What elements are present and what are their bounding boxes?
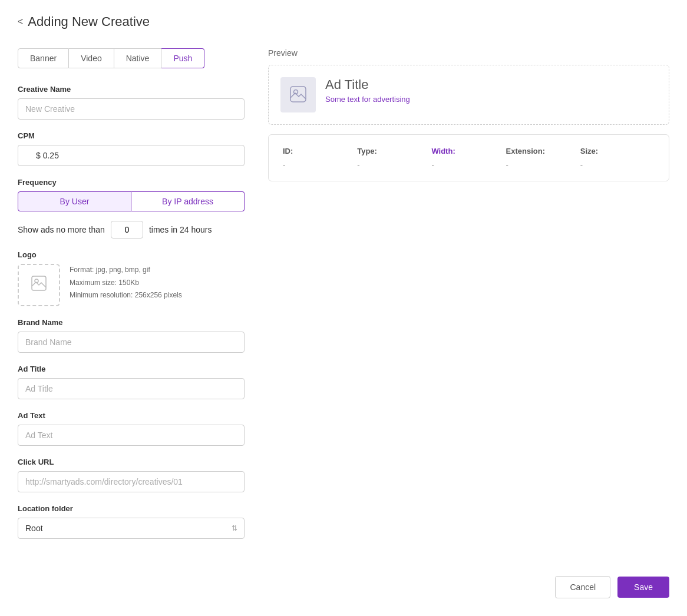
preview-text-block: Ad Title Some text for advertising	[325, 77, 410, 104]
creative-name-input[interactable]	[18, 98, 245, 120]
meta-extension-label: Extension:	[506, 147, 580, 155]
show-ads-row: Show ads no more than times in 24 hours	[18, 221, 245, 239]
meta-col-size: Size: -	[580, 147, 655, 169]
meta-col-width: Width: -	[431, 147, 506, 169]
logo-upload-area: Format: jpg, png, bmp, gif Maximum size:…	[18, 264, 245, 306]
brand-name-label: Brand Name	[18, 318, 245, 327]
footer-buttons: Cancel Save	[555, 576, 669, 598]
frequency-group: Frequency By User By IP address Show ads…	[18, 178, 245, 239]
right-panel: Preview Ad Title	[268, 48, 669, 551]
tab-native[interactable]: Native	[114, 48, 162, 68]
logo-section: Logo Format: jpg, png, bmp, gif	[18, 250, 245, 306]
ad-title-input[interactable]	[18, 378, 245, 399]
preview-image-icon	[289, 85, 307, 105]
logo-min-res-text: Minimum resolution: 256x256 pixels	[70, 289, 182, 302]
back-button[interactable]: <	[18, 16, 23, 27]
location-folder-label: Location folder	[18, 504, 245, 513]
logo-label: Logo	[18, 250, 245, 259]
cancel-button[interactable]: Cancel	[555, 576, 610, 598]
frequency-buttons: By User By IP address	[18, 191, 245, 211]
meta-extension-value: -	[506, 160, 580, 169]
click-url-label: Click URL	[18, 458, 245, 466]
meta-col-extension: Extension: -	[506, 147, 580, 169]
cpm-group: CPM	[18, 131, 245, 166]
meta-id-value: -	[283, 160, 357, 169]
meta-col-id: ID: -	[283, 147, 357, 169]
freq-by-user-button[interactable]: By User	[18, 191, 131, 211]
creative-name-label: Creative Name	[18, 85, 245, 94]
meta-width-value: -	[431, 160, 506, 169]
click-url-group: Click URL	[18, 458, 245, 492]
ad-text-label: Ad Text	[18, 411, 245, 420]
tab-group: Banner Video Native Push	[18, 48, 245, 68]
location-folder-group: Location folder Root	[18, 504, 245, 539]
save-button[interactable]: Save	[617, 577, 669, 598]
meta-size-value: -	[580, 160, 655, 169]
show-ads-suffix: times in 24 hours	[149, 225, 212, 234]
ad-text-group: Ad Text	[18, 411, 245, 446]
location-folder-select-wrap: Root	[18, 518, 245, 539]
logo-max-size-text: Maximum size: 150Kb	[70, 277, 182, 290]
logo-format-text: Format: jpg, png, bmp, gif	[70, 264, 182, 277]
show-ads-input[interactable]	[111, 221, 143, 239]
preview-section: Preview Ad Title	[268, 48, 669, 181]
meta-type-value: -	[357, 160, 431, 169]
logo-upload-icon	[31, 275, 47, 296]
cpm-input-wrap	[18, 145, 245, 166]
cpm-label: CPM	[18, 131, 245, 140]
meta-col-type: Type: -	[357, 147, 431, 169]
preview-ad-card: Ad Title Some text for advertising	[268, 65, 669, 125]
tab-banner[interactable]: Banner	[18, 48, 69, 68]
ad-title-label: Ad Title	[18, 365, 245, 373]
brand-name-input[interactable]	[18, 332, 245, 353]
show-ads-prefix: Show ads no more than	[18, 225, 105, 234]
brand-name-group: Brand Name	[18, 318, 245, 353]
preview-ad-title: Ad Title	[325, 77, 410, 92]
meta-size-label: Size:	[580, 147, 655, 155]
main-content: Banner Video Native Push Creative Name C…	[18, 48, 669, 551]
meta-width-label: Width:	[431, 147, 506, 155]
ad-text-input[interactable]	[18, 425, 245, 446]
tab-push[interactable]: Push	[161, 48, 204, 68]
svg-rect-2	[290, 87, 306, 102]
page-header: < Adding New Creative	[18, 14, 669, 29]
preview-ad-image	[280, 77, 316, 112]
page-container: < Adding New Creative Banner Video Nativ…	[0, 0, 687, 616]
preview-meta: ID: - Type: - Width: - Extension:	[268, 134, 669, 181]
creative-name-group: Creative Name	[18, 85, 245, 120]
freq-by-ip-button[interactable]: By IP address	[131, 191, 245, 211]
ad-title-group: Ad Title	[18, 365, 245, 399]
tab-video[interactable]: Video	[69, 48, 114, 68]
cpm-input[interactable]	[18, 145, 245, 166]
logo-info: Format: jpg, png, bmp, gif Maximum size:…	[70, 264, 182, 302]
frequency-label: Frequency	[18, 178, 245, 187]
logo-upload-box[interactable]	[18, 264, 60, 306]
click-url-input[interactable]	[18, 471, 245, 492]
meta-type-label: Type:	[357, 147, 431, 155]
meta-row: ID: - Type: - Width: - Extension:	[283, 147, 655, 169]
svg-rect-0	[32, 276, 46, 290]
meta-id-label: ID:	[283, 147, 357, 155]
preview-label: Preview	[268, 48, 669, 58]
location-folder-select[interactable]: Root	[18, 518, 245, 539]
page-title: Adding New Creative	[28, 14, 150, 29]
preview-ad-subtext: Some text for advertising	[325, 95, 410, 104]
left-panel: Banner Video Native Push Creative Name C…	[18, 48, 245, 551]
